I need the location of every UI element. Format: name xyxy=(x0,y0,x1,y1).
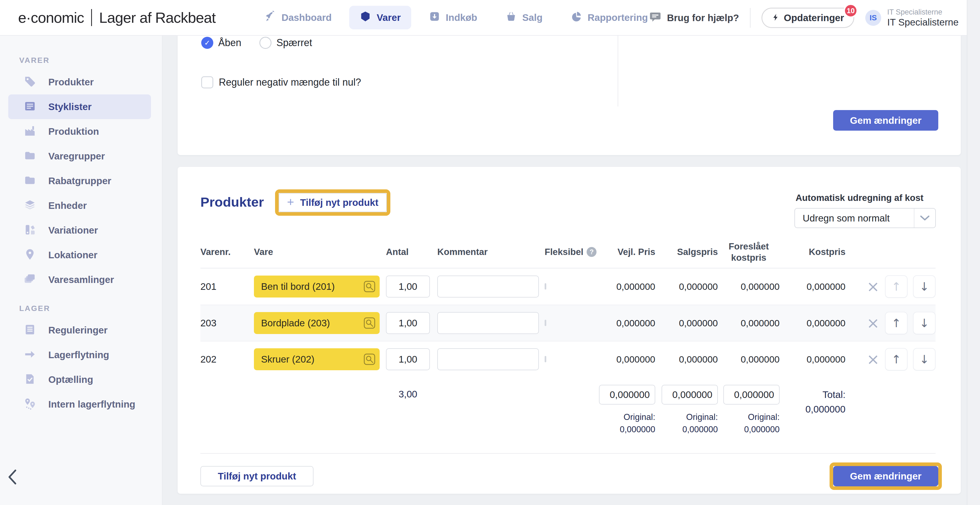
nav-tab-label: Indkøb xyxy=(446,12,477,23)
sidebar-item-produkter[interactable]: Produkter xyxy=(8,70,151,94)
salgspris-total-input[interactable] xyxy=(662,385,718,405)
sidebar-item-styklister[interactable]: Styklister xyxy=(8,94,151,119)
antal-input[interactable] xyxy=(386,276,430,297)
auto-cost-select[interactable]: Udregn som normalt xyxy=(794,208,936,228)
header-divider xyxy=(750,8,751,28)
radio-blocked[interactable]: Spærret xyxy=(259,37,312,49)
move-down-button[interactable]: ↓ xyxy=(913,348,935,370)
antal-input[interactable] xyxy=(386,348,430,370)
vare-input[interactable] xyxy=(254,348,380,370)
user-block[interactable]: IT Specialisterne IT Specialisterne xyxy=(887,8,959,28)
foreslaaet-value: 0,000000 xyxy=(718,354,780,365)
foreslaaet-value: 0,000000 xyxy=(718,318,780,329)
sidebar-item-label: Lagerflytning xyxy=(48,349,109,360)
arrow-right-icon xyxy=(24,348,36,362)
bom-list-icon xyxy=(24,100,36,114)
original-value-block: Original: 0,000000 xyxy=(744,411,780,436)
add-product-button-bottom[interactable]: Tilføj nyt produkt xyxy=(200,466,313,486)
user-org: IT Specialisterne xyxy=(887,8,959,16)
sidebar: VARER Produkter Styklister Produktion Va… xyxy=(0,36,162,505)
radio-checked-icon[interactable]: ✓ xyxy=(201,37,213,49)
col-header-foreslaaet-kostpris: Foreslået kostpris xyxy=(718,241,780,264)
app-logo: e·conomic Lager af Rackbeat xyxy=(18,9,215,26)
nav-tab-salg[interactable]: Salg xyxy=(495,6,553,29)
salgspris-value: 0,000000 xyxy=(655,281,718,292)
foreslaaet-total-input[interactable] xyxy=(723,385,780,405)
box-download-icon xyxy=(429,11,440,24)
vejl-pris-value: 0,000000 xyxy=(600,318,655,329)
radio-open-label: Åben xyxy=(218,37,241,49)
sidebar-item-variationer[interactable]: Variationer xyxy=(8,218,151,243)
kommentar-input[interactable] xyxy=(437,312,539,334)
avatar[interactable]: IS xyxy=(865,10,881,26)
help-question-badge[interactable]: ? xyxy=(587,247,597,257)
scrollbar-track[interactable] xyxy=(967,0,980,505)
move-up-button[interactable]: ↑ xyxy=(885,348,908,370)
remove-row-icon[interactable]: × xyxy=(867,315,880,331)
move-up-button[interactable]: ↑ xyxy=(885,275,908,298)
sidebar-item-label: Optælling xyxy=(48,374,93,385)
kommentar-input[interactable] xyxy=(437,276,539,297)
radio-blocked-label: Spærret xyxy=(277,37,312,49)
logo-product: Lager af Rackbeat xyxy=(99,9,215,26)
fleksibel-cell xyxy=(545,357,600,362)
search-icon[interactable] xyxy=(363,280,376,294)
move-down-button[interactable]: ↓ xyxy=(913,312,935,334)
settings-vertical-divider xyxy=(618,35,618,106)
sidebar-item-lokationer[interactable]: Lokationer xyxy=(8,243,151,267)
cube-icon xyxy=(360,11,371,24)
sidebar-item-intern-lagerflytning[interactable]: Intern lagerflytning xyxy=(8,392,151,417)
radio-unchecked-icon[interactable] xyxy=(259,37,272,49)
kommentar-input[interactable] xyxy=(437,348,539,370)
save-changes-button-bottom[interactable]: Gem ændringer xyxy=(833,466,938,486)
antal-input[interactable] xyxy=(386,312,430,334)
sidebar-item-lagerflytning[interactable]: Lagerflytning xyxy=(8,343,151,367)
regulate-negative-label: Reguler negativ mængde til nul? xyxy=(219,76,361,88)
table-header-row: Varenr. Vare Antal Kommentar Fleksibel ?… xyxy=(200,236,935,268)
sidebar-item-varegrupper[interactable]: Varegrupper xyxy=(8,144,151,168)
sidebar-item-optaelling[interactable]: Optælling xyxy=(8,367,151,392)
rocket-icon xyxy=(264,11,276,24)
kommentar-cell xyxy=(437,348,545,370)
regulate-negative-checkbox[interactable] xyxy=(201,76,213,88)
updates-button[interactable]: Opdateringer 10 xyxy=(762,8,854,28)
nav-tab-indkob[interactable]: Indkøb xyxy=(418,6,488,29)
fleksibel-checkbox[interactable] xyxy=(545,356,546,362)
nav-tab-dashboard[interactable]: Dashboard xyxy=(254,6,342,29)
sidebar-item-reguleringer[interactable]: Reguleringer xyxy=(8,318,151,343)
col-header-kommentar: Kommentar xyxy=(437,247,545,257)
layers-icon xyxy=(24,199,36,213)
fleksibel-checkbox[interactable] xyxy=(545,320,546,326)
save-changes-button-top[interactable]: Gem ændringer xyxy=(833,110,938,131)
products-title: Produkter xyxy=(200,194,264,210)
vare-input[interactable] xyxy=(254,276,380,297)
add-product-button-top[interactable]: + Tilføj nyt produkt xyxy=(278,193,387,212)
list-document-icon xyxy=(24,323,36,337)
col-header-varenr: Varenr. xyxy=(200,247,254,257)
sidebar-item-produktion[interactable]: Produktion xyxy=(8,119,151,144)
vejl-pris-total-input[interactable] xyxy=(599,385,655,405)
remove-row-icon[interactable]: × xyxy=(867,279,880,294)
remove-row-icon[interactable]: × xyxy=(867,352,880,367)
sidebar-item-label: Produktion xyxy=(48,126,99,137)
help-button[interactable]: Brug for hjælp? xyxy=(649,11,739,25)
chevron-down-icon xyxy=(915,216,935,221)
vare-input[interactable] xyxy=(254,312,380,334)
original-label: Original: xyxy=(624,412,655,422)
sidebar-item-rabatgrupper[interactable]: Rabatgrupper xyxy=(8,168,151,193)
move-up-button[interactable]: ↑ xyxy=(885,312,908,334)
nav-tab-rapportering[interactable]: Rapportering xyxy=(560,6,658,29)
row-actions: × ↑ ↓ xyxy=(845,312,935,334)
nav-tab-label: Dashboard xyxy=(282,12,332,23)
move-down-button[interactable]: ↓ xyxy=(913,275,935,298)
nav-tab-varer[interactable]: Varer xyxy=(349,6,411,29)
fleksibel-checkbox[interactable] xyxy=(545,283,546,289)
search-icon[interactable] xyxy=(363,353,376,367)
kostpris-total-block: Total: 0,000000 xyxy=(780,385,845,416)
sidebar-collapse-button[interactable] xyxy=(6,469,18,486)
sidebar-item-enheder[interactable]: Enheder xyxy=(8,193,151,218)
radio-open[interactable]: ✓ Åben xyxy=(201,37,241,49)
chevron-left-icon xyxy=(6,481,18,486)
sidebar-item-varesamlinger[interactable]: Varesamlinger xyxy=(8,267,151,292)
search-icon[interactable] xyxy=(363,317,376,330)
